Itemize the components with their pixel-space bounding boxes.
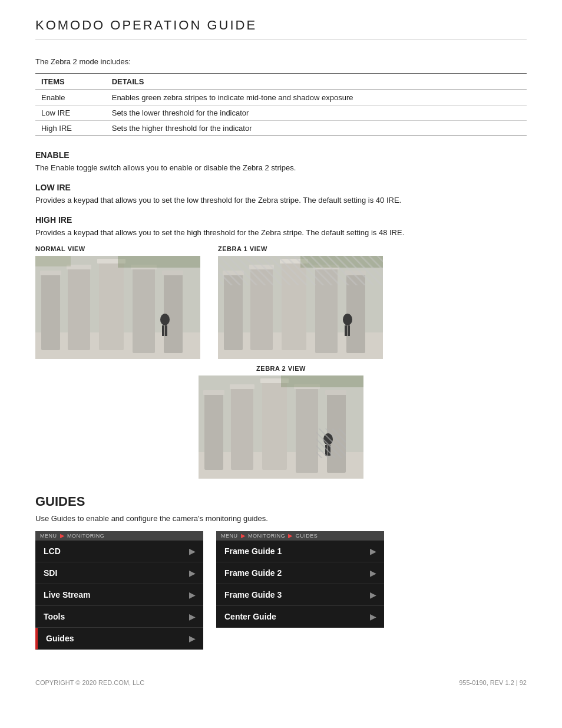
menu-item-livestream[interactable]: Live Stream ▶ [35,584,203,606]
table-cell-item: Low IRE [35,106,106,121]
guides-item-frame1-chevron: ▶ [370,547,376,556]
menus-row: MENU ▶ MONITORING LCD ▶ SDI ▶ Live Strea… [35,531,527,650]
menu-item-lcd-label: LCD [44,546,61,556]
svg-rect-5 [133,268,155,353]
zebra2-view-center: ZEBRA 2 VIEW [35,365,527,479]
menu-item-sdi[interactable]: SDI ▶ [35,562,203,584]
guides-menu-title: MENU ▶ MONITORING ▶ GUIDES [216,531,384,541]
svg-rect-14 [165,325,167,336]
svg-rect-11 [162,271,183,275]
guides-item-center[interactable]: Center Guide ▶ [216,606,384,628]
svg-rect-15 [118,256,200,268]
revision-text: 955-0190, REV 1.2 | 92 [459,679,527,686]
normal-view-image [35,256,200,359]
svg-rect-44 [230,384,254,389]
table-row: EnableEnables green zebra stripes to ind… [35,90,527,106]
zebra2-view-block: ZEBRA 2 VIEW [199,365,363,479]
guides-item-frame1[interactable]: Frame Guide 1 ▶ [216,541,384,562]
guides-section: GUIDES Use Guides to enable and configur… [35,494,527,650]
svg-rect-31 [348,325,350,336]
zebra1-view-label: ZEBRA 1 VIEW [218,245,267,252]
monitoring-menu-title: MENU ▶ MONITORING [35,531,203,541]
menu-item-guides-label: Guides [46,634,74,643]
guides-item-frame2-label: Frame Guide 2 [224,568,282,578]
copyright-text: COPYRIGHT © 2020 RED.COM, LLC [35,679,144,686]
guides-item-center-label: Center Guide [224,612,276,621]
guides-item-frame3[interactable]: Frame Guide 3 ▶ [216,584,384,606]
table-cell-item: Enable [35,90,106,106]
svg-rect-6 [164,274,183,353]
low-ire-heading: LOW IRE [35,183,527,192]
col-items-header: ITEMS [35,74,106,90]
table-cell-detail: Sets the higher threshold for the indica… [106,121,527,136]
col-details-header: DETAILS [106,74,527,90]
guides-item-center-chevron: ▶ [370,612,376,621]
zebra2-view-label: ZEBRA 2 VIEW [256,365,306,372]
guides-intro: Use Guides to enable and configure the c… [35,514,527,523]
menu-item-guides-chevron: ▶ [189,634,195,643]
menu-item-livestream-label: Live Stream [44,590,90,599]
svg-rect-47 [325,390,346,395]
guides-item-frame2-chevron: ▶ [370,569,376,578]
svg-rect-39 [231,387,253,470]
enable-heading: ENABLE [35,150,527,160]
normal-view-label: NORMAL VIEW [35,245,85,252]
menu-item-tools-chevron: ▶ [189,612,195,621]
high-ire-body: Provides a keypad that allows you to set… [35,228,527,237]
svg-rect-43 [203,390,224,395]
high-ire-heading: HIGH IRE [35,215,527,225]
svg-rect-3 [68,268,90,350]
table-cell-detail: Enables green zebra stripes to indicate … [106,90,527,106]
guides-item-frame3-chevron: ▶ [370,591,376,599]
menu-item-sdi-label: SDI [44,568,57,578]
page-footer: COPYRIGHT © 2020 RED.COM, LLC 955-0190, … [35,679,527,686]
views-row: NORMAL VIEW [35,245,527,359]
table-row: Low IRESets the lower threshold for the … [35,106,527,121]
menu-item-sdi-chevron: ▶ [189,569,195,578]
svg-point-29 [343,314,352,325]
monitoring-menu-panel: MENU ▶ MONITORING LCD ▶ SDI ▶ Live Strea… [35,531,203,650]
svg-rect-13 [162,325,164,336]
svg-rect-23 [346,274,365,353]
svg-rect-51 [281,375,363,387]
svg-point-12 [160,314,170,325]
menu-item-tools-label: Tools [44,612,65,621]
menu-item-livestream-chevron: ▶ [189,591,195,599]
zebra2-view-image [199,375,363,479]
normal-view-block: NORMAL VIEW [35,245,200,359]
guides-item-frame3-label: Frame Guide 3 [224,590,282,599]
table-cell-item: High IRE [35,121,106,136]
items-table: ITEMS DETAILS EnableEnables green zebra … [35,73,527,136]
guides-item-frame1-label: Frame Guide 1 [224,546,282,556]
menu-item-lcd[interactable]: LCD ▶ [35,541,203,562]
svg-rect-7 [40,271,61,275]
menu-item-tools[interactable]: Tools ▶ [35,606,203,628]
svg-rect-41 [296,387,318,473]
svg-rect-2 [41,274,60,350]
guides-menu-panel: MENU ▶ MONITORING ▶ GUIDES Frame Guide 1… [216,531,384,628]
svg-rect-4 [99,262,124,350]
table-cell-detail: Sets the lower threshold for the indicat… [106,106,527,121]
svg-rect-40 [262,381,287,470]
svg-rect-30 [345,325,347,336]
page-title: KOMODO OPERATION GUIDE [35,18,527,33]
low-ire-body: Provides a keypad that allows you to set… [35,196,527,205]
enable-body: The Enable toggle switch allows you to e… [35,163,527,172]
page-header: KOMODO OPERATION GUIDE [35,18,527,39]
zebra1-view-block: ZEBRA 1 VIEW [218,245,383,359]
svg-rect-16 [35,256,71,266]
svg-rect-38 [204,393,223,470]
guides-item-frame2[interactable]: Frame Guide 2 ▶ [216,562,384,584]
table-row: High IRESets the higher threshold for th… [35,121,527,136]
menu-item-guides[interactable]: Guides ▶ [35,628,203,650]
menu-item-lcd-chevron: ▶ [189,547,195,556]
zebra1-view-image [218,256,383,359]
intro-text: The Zebra 2 mode includes: [35,57,527,66]
guides-heading: GUIDES [35,494,527,509]
